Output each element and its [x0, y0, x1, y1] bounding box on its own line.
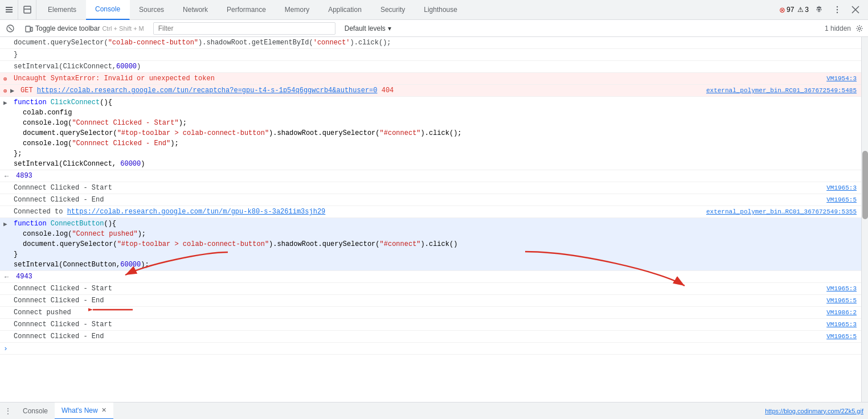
warn-icon: ⚠ — [797, 6, 804, 14]
source-link[interactable]: VM1965:3 — [826, 284, 857, 294]
svg-rect-1 — [6, 9, 13, 10]
expand-icon[interactable]: ▶ — [10, 86, 14, 96]
result-icon: ← — [5, 272, 9, 282]
bottom-tab-console-label: Console — [23, 407, 48, 415]
prompt-icon: › — [3, 344, 8, 354]
error-count: 97 — [787, 6, 794, 14]
devtools-dock-icon[interactable] — [18, 0, 36, 20]
settings-button[interactable] — [811, 2, 827, 18]
tab-memory[interactable]: Memory — [276, 0, 319, 20]
console-line: document.querySelector("colab-connect-bu… — [0, 37, 861, 49]
close-whats-new-icon[interactable]: ✕ — [101, 406, 107, 414]
more-options-button[interactable] — [829, 2, 845, 18]
toggle-device-shortcut: Ctrl + Shift + M — [102, 25, 144, 32]
log-line: Connnect Clicked - End VM1965:5 — [0, 331, 861, 343]
error-icon: ⊗ — [779, 6, 785, 14]
close-devtools-button[interactable] — [847, 2, 863, 18]
expand-arrow-icon[interactable]: ▶ — [3, 98, 7, 108]
expand-arrow-icon[interactable]: ▶ — [3, 219, 7, 229]
console-area: document.querySelector("colab-connect-bu… — [0, 37, 868, 402]
svg-rect-2 — [6, 11, 13, 13]
chevron-down-icon: ▾ — [388, 24, 391, 32]
log-line-connect-pushed: Connect pushed VM1986:2 — [0, 307, 861, 319]
tab-elements[interactable]: Elements — [39, 0, 86, 20]
status-url[interactable]: https://blog.codinmary.com/2Zk5.gif — [765, 408, 863, 414]
error-icon: ⊗ — [3, 74, 7, 84]
devtools-home-icon[interactable] — [0, 0, 18, 20]
scrollbar-track[interactable] — [861, 37, 868, 402]
svg-point-14 — [858, 27, 861, 30]
source-link[interactable]: VM1986:2 — [826, 307, 857, 318]
tab-bar: Elements Console Sources Network Perform… — [0, 0, 868, 20]
console-line: setInterval(ClickConnect,60000) — [0, 61, 861, 73]
result-icon: ← — [5, 171, 9, 182]
console-settings-icon[interactable] — [855, 24, 863, 32]
result-line-4893: ← 4893 — [0, 170, 861, 182]
console-output: document.querySelector("colab-connect-bu… — [0, 37, 861, 402]
source-link[interactable]: VM1965:3 — [826, 319, 857, 330]
svg-line-11 — [9, 27, 12, 30]
log-levels-select[interactable]: Default levels ▾ — [340, 23, 396, 34]
svg-rect-13 — [31, 27, 32, 31]
tab-console[interactable]: Console — [86, 0, 130, 20]
error-source-link[interactable]: VM1954:3 — [826, 73, 857, 84]
svg-point-5 — [837, 6, 838, 7]
console-network-error-line: ⊗ ▶ GET https://colab.research.google.co… — [0, 85, 861, 97]
console-input-line[interactable]: › — [0, 343, 861, 355]
log-line: Connnect Clicked - Start VM1965:3 — [0, 182, 861, 194]
source-link[interactable]: external_polymer_bin…RC01_367672549:5355 — [706, 207, 857, 217]
bottom-tab-whats-new[interactable]: What's New ✕ — [55, 402, 113, 420]
bottom-bar: ⋮ Console What's New ✕ https://blog.codi… — [0, 402, 868, 419]
tab-application[interactable]: Application — [319, 0, 371, 20]
svg-point-6 — [837, 9, 838, 10]
source-link[interactable]: VM1965:5 — [826, 331, 857, 342]
scrollbar-thumb[interactable] — [862, 151, 868, 219]
console-line: } — [0, 49, 861, 61]
warn-count: 3 — [805, 6, 809, 14]
bottom-tab-console[interactable]: Console — [16, 402, 55, 420]
source-link[interactable]: VM1965:3 — [826, 183, 857, 193]
tab-performance[interactable]: Performance — [218, 0, 276, 20]
source-link[interactable]: VM1965:5 — [826, 295, 857, 306]
svg-rect-0 — [6, 7, 13, 8]
log-line: Connnect Clicked - Start VM1965:3 — [0, 283, 861, 295]
toggle-device-toolbar-button[interactable]: Toggle device toolbar Ctrl + Shift + M — [21, 23, 149, 34]
svg-rect-3 — [24, 6, 31, 13]
svg-point-7 — [837, 12, 838, 13]
result-line-4943: ← 4943 — [0, 271, 861, 283]
console-error-line: ⊗ Uncaught SyntaxError: Invalid or unexp… — [0, 73, 861, 85]
three-dots-icon[interactable]: ⋮ — [5, 407, 11, 415]
tab-sources[interactable]: Sources — [130, 0, 174, 20]
error-icon: ⊗ — [3, 86, 7, 96]
bottom-tab-whats-new-label: What's New — [62, 406, 98, 414]
log-line: Connnect Clicked - Start VM1965:3 — [0, 319, 861, 331]
tab-network[interactable]: Network — [174, 0, 218, 20]
console-clear-icon[interactable] — [5, 18, 16, 38]
tab-security[interactable]: Security — [371, 0, 415, 20]
filter-input[interactable] — [153, 22, 335, 35]
log-levels-label: Default levels — [345, 24, 386, 32]
hidden-count: 1 hidden — [825, 24, 851, 32]
svg-rect-12 — [26, 26, 30, 32]
log-line: Connnect Clicked - End VM1965:5 — [0, 194, 861, 206]
function-click-connect-block: ▶ function ClickConnect(){ colab.config … — [0, 97, 861, 170]
log-line: Connected to https://colab.research.goog… — [0, 206, 861, 218]
error-badge: ⊗ 97 ⚠ 3 — [779, 6, 809, 14]
tab-lighthouse[interactable]: Lighthouse — [415, 0, 467, 20]
source-link[interactable]: VM1965:5 — [826, 195, 857, 205]
log-line: Connnect Clicked - End VM1965:5 — [0, 295, 861, 307]
network-error-source-link[interactable]: external_polymer_bin…RC01_367672549:5485 — [706, 85, 857, 96]
function-connect-button-block: ▶ function ConnectButton(){ console.log(… — [0, 218, 861, 271]
toggle-device-label: Toggle device toolbar — [35, 24, 100, 32]
console-toolbar: Toggle device toolbar Ctrl + Shift + M D… — [0, 20, 868, 37]
